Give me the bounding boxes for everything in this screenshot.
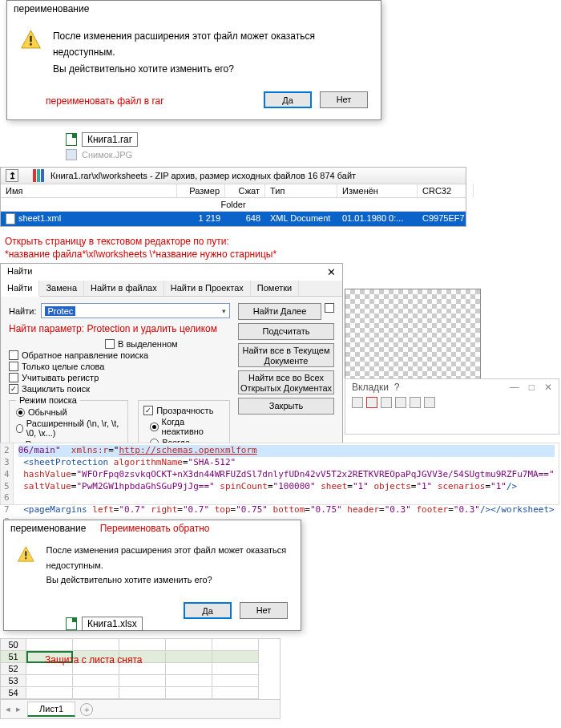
- col-name[interactable]: Имя: [1, 184, 177, 197]
- yes-button[interactable]: Да: [184, 602, 232, 619]
- side-window-tabs-label[interactable]: Вкладки: [352, 382, 389, 393]
- find-dialog-title: Найти: [7, 266, 32, 278]
- dialog-title: переименование: [10, 523, 86, 534]
- code-line-xmlns: 06/main" xmlns:r="http://schemas.openxml…: [18, 445, 555, 457]
- col-packed[interactable]: Сжат: [225, 184, 265, 197]
- checkbox-match-case[interactable]: [9, 373, 18, 382]
- annotation-protection-removed: Защита с листа снята: [45, 654, 142, 665]
- tab-replace[interactable]: Замена: [39, 281, 84, 296]
- svg-rect-1: [30, 36, 32, 42]
- count-button[interactable]: Подсчитать: [238, 323, 334, 340]
- label-whole-word: Только целые слова: [22, 362, 104, 371]
- help-button[interactable]: ?: [394, 382, 400, 393]
- dialog-message: После изменения расширения этот файл мож…: [53, 28, 368, 77]
- code-editor[interactable]: 2345678 06/main" xmlns:r="http://schemas…: [0, 443, 559, 505]
- side-toolbar: [345, 395, 559, 410]
- search-value: Protec: [45, 306, 75, 316]
- checkbox-find-next-toggle[interactable]: [325, 303, 334, 313]
- file-name-input[interactable]: Книга1.xlsx: [82, 617, 143, 631]
- file-modified: 01.01.1980 0:...: [337, 212, 418, 226]
- folder-up-row[interactable]: Folder: [1, 198, 466, 212]
- dialog-line-2: Вы действительно хотите изменить его?: [53, 61, 368, 77]
- hidden-file-row: Снимок.JPG: [66, 149, 132, 160]
- archive-window: ↥ Книга1.rar\xl\worksheets - ZIP архив, …: [0, 167, 466, 227]
- checkbox-whole-word[interactable]: [9, 362, 18, 371]
- excel-grid: 50 51 52 53 54 ◂ ▸ Лист1 +: [0, 638, 280, 719]
- label-match-case: Учитывать регистр: [22, 373, 99, 382]
- toolbar-icon[interactable]: [381, 397, 392, 408]
- tab-marks[interactable]: Пометки: [251, 281, 299, 296]
- label-when-inactive: Когда неактивно: [162, 417, 224, 436]
- table-row: 50: [1, 639, 280, 651]
- dialog-line-1: После изменения расширения этот файл мож…: [53, 28, 368, 61]
- line-gutter: 2345678: [1, 443, 14, 504]
- col-type[interactable]: Тип: [265, 184, 337, 197]
- toolbar-icon[interactable]: [395, 397, 406, 408]
- xml-file-icon: [6, 213, 15, 224]
- toolbar-icon[interactable]: [424, 397, 435, 408]
- label-backward: Обратное направление поиска: [22, 350, 148, 360]
- file-packed: 648: [225, 212, 265, 226]
- svg-rect-4: [25, 551, 26, 556]
- svg-rect-2: [30, 43, 32, 46]
- toolbar-icon[interactable]: [410, 397, 421, 408]
- radio-extended[interactable]: [16, 424, 23, 433]
- label-transparency: Прозрачность: [156, 406, 213, 415]
- table-row: 54: [1, 687, 280, 699]
- yes-button[interactable]: Да: [264, 91, 312, 108]
- search-mode-group: Режим поиска: [16, 395, 80, 405]
- file-icon: [66, 617, 77, 630]
- file-type: XML Document: [265, 212, 337, 226]
- warning-icon: [20, 28, 42, 51]
- close-find-button[interactable]: Закрыть: [238, 398, 334, 415]
- sheet-nav[interactable]: ◂ ▸: [6, 704, 22, 714]
- tab-find-in-projects[interactable]: Найти в Проектах: [164, 281, 251, 296]
- close-button[interactable]: ✕: [544, 382, 552, 393]
- rename-dialog-2: переименование Переименовать обратно Пос…: [3, 520, 301, 631]
- rename-dialog-1: переименование После изменения расширени…: [6, 0, 381, 120]
- file-crc: C9975EF7: [418, 212, 474, 226]
- label-wrap: Зациклить поиск: [22, 384, 90, 394]
- annotation-open-in-editor-1: Открыть страницу в текстовом редакторе п…: [5, 236, 229, 247]
- checkbox-transparency[interactable]: [143, 406, 153, 415]
- tab-find-in-files[interactable]: Найти в файлах: [84, 281, 164, 296]
- find-next-button[interactable]: Найти Далее: [238, 303, 321, 320]
- file-size: 1 219: [177, 212, 225, 226]
- no-button[interactable]: Нет: [320, 91, 368, 108]
- file-name-input[interactable]: Книга1.rar: [82, 132, 138, 147]
- image-file-icon: [66, 149, 77, 160]
- col-modified[interactable]: Изменён: [337, 184, 418, 197]
- close-icon[interactable]: ✕: [327, 266, 336, 278]
- find-all-open-button[interactable]: Найти все во Всех Открытых Документах: [238, 370, 334, 394]
- checkbox-in-selection[interactable]: [105, 339, 115, 349]
- search-input[interactable]: Protec ▾: [41, 303, 230, 318]
- renamed-file-row: Книга1.rar: [66, 132, 138, 147]
- label-in-selection: В выделенном: [118, 339, 178, 349]
- toolbar-icon[interactable]: [366, 397, 377, 408]
- archive-row-selected[interactable]: sheet1.xml 1 219 648 XML Document 01.01.…: [1, 212, 466, 226]
- radio-when-inactive[interactable]: [150, 423, 158, 431]
- tab-find[interactable]: Найти: [1, 281, 39, 297]
- add-sheet-button[interactable]: +: [80, 703, 93, 716]
- no-button[interactable]: Нет: [240, 602, 288, 619]
- minimize-button[interactable]: —: [510, 382, 519, 393]
- checkbox-wrap[interactable]: [9, 384, 18, 394]
- dialog-line-1: После изменения расширения этот файл мож…: [46, 543, 288, 572]
- col-crc[interactable]: CRC32: [418, 184, 474, 197]
- maximize-button[interactable]: □: [529, 382, 535, 393]
- dialog-line-2: Вы действительно хотите изменить его?: [46, 572, 288, 588]
- radio-normal[interactable]: [16, 408, 25, 417]
- renamed-file-row-2: Книга1.xlsx: [66, 617, 143, 631]
- code-body: 06/main" xmlns:r="http://schemas.openxml…: [14, 443, 559, 504]
- file-icon: [66, 133, 77, 146]
- col-size[interactable]: Размер: [177, 184, 225, 197]
- warning-icon: [17, 543, 35, 565]
- archive-path: Книга1.rar\xl\worksheets - ZIP архив, ра…: [50, 171, 356, 180]
- dialog-title: переименование: [7, 1, 381, 17]
- sheet-tab[interactable]: Лист1: [27, 702, 75, 717]
- up-one-level-button[interactable]: ↥: [6, 169, 18, 182]
- checkbox-backward[interactable]: [9, 350, 18, 360]
- toolbar-icon[interactable]: [352, 397, 363, 408]
- chevron-down-icon[interactable]: ▾: [222, 307, 226, 315]
- find-all-current-button[interactable]: Найти все в Текущем Документе: [238, 343, 334, 367]
